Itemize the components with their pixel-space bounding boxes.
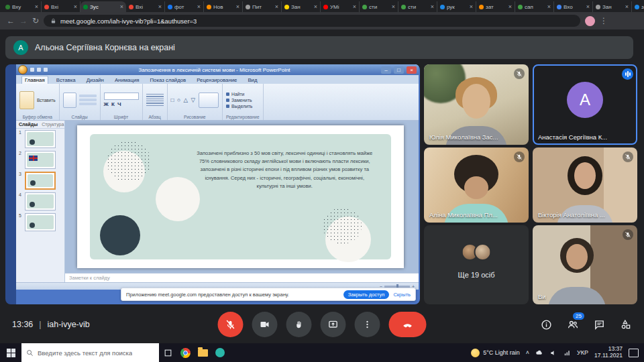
tab-close-icon[interactable]: ×: [74, 4, 77, 10]
ribbon-tab[interactable]: Дизайн: [84, 76, 107, 84]
volume-icon[interactable]: [550, 349, 557, 357]
ribbon-tab[interactable]: Вид: [245, 76, 260, 84]
end-call-button[interactable]: [389, 312, 427, 337]
tab-close-icon[interactable]: ×: [236, 4, 239, 10]
slide-thumbnail[interactable]: 3: [16, 170, 64, 191]
shared-screen-tile[interactable]: Запозичення в лексичній системі мови - M…: [5, 64, 420, 304]
ribbon-group-paste[interactable]: ВставитьБуфер обмена: [16, 84, 60, 120]
back-icon[interactable]: ←: [7, 17, 15, 25]
browser-tab[interactable]: Вхі×: [126, 1, 165, 12]
video-tile-participant-3[interactable]: Аліна Миколаївна Пл...: [424, 147, 529, 223]
ribbon-group-draw[interactable]: □ ○ △ ▽Рисование: [168, 84, 223, 120]
present-screen-button[interactable]: [321, 312, 346, 337]
slide-thumbnail[interactable]: 5: [16, 212, 64, 233]
browser-tab[interactable]: Вхо×: [554, 1, 593, 12]
tab-close-icon[interactable]: ×: [470, 4, 473, 10]
browser-tab[interactable]: зай×: [632, 1, 644, 12]
ribbon-group-slides[interactable]: Слайды: [60, 84, 101, 120]
chrome-taskbar-button[interactable]: [176, 343, 194, 362]
browser-tab[interactable]: фот×: [165, 1, 204, 12]
taskbar-search-input[interactable]: Введите здесь текст для поиска: [21, 343, 159, 362]
maximize-button[interactable]: □: [394, 66, 404, 74]
tab-close-icon[interactable]: ×: [508, 4, 512, 10]
action-center-icon[interactable]: [629, 349, 639, 357]
browser-tab[interactable]: Зус×: [80, 1, 126, 12]
tab-outline[interactable]: Структура: [42, 122, 64, 127]
tab-close-icon[interactable]: ×: [120, 4, 123, 10]
slide-thumbnail[interactable]: 4: [16, 191, 64, 212]
undo-icon[interactable]: [37, 68, 41, 72]
address-bar[interactable]: meet.google.com/iah-ivye-vib?pli=1&authu…: [44, 15, 580, 27]
participants-button[interactable]: 25: [567, 318, 579, 330]
ribbon-tab[interactable]: Анимация: [112, 76, 142, 84]
ribbon-command[interactable]: Найти: [226, 92, 244, 97]
browser-tab[interactable]: зат×: [476, 1, 515, 12]
overflow-participants-tile[interactable]: Ще 19 осіб: [424, 225, 529, 304]
browser-tab[interactable]: Зан×: [282, 1, 321, 12]
tab-close-icon[interactable]: ×: [392, 4, 395, 10]
browser-menu-icon[interactable]: ⋮: [600, 17, 608, 25]
ribbon-group-edit[interactable]: НайтиЗаменитьВыделитьРедактирование: [223, 84, 264, 120]
slide-thumbnail[interactable]: 2: [16, 149, 64, 170]
explorer-taskbar-button[interactable]: [194, 343, 211, 362]
tab-close-icon[interactable]: ×: [353, 4, 356, 10]
browser-tab[interactable]: УМі×: [321, 1, 360, 12]
cloud-icon[interactable]: [535, 349, 544, 356]
tab-close-icon[interactable]: ×: [586, 4, 590, 10]
browser-tab[interactable]: сти×: [360, 1, 398, 12]
network-icon[interactable]: [564, 349, 571, 357]
ribbon-tab[interactable]: Рецензирование: [194, 76, 239, 84]
redo-icon[interactable]: [44, 68, 48, 72]
tab-close-icon[interactable]: ×: [547, 4, 551, 10]
tab-close-icon[interactable]: ×: [158, 4, 162, 10]
hide-share-bar-button[interactable]: Скрыть: [393, 292, 411, 298]
tab-close-icon[interactable]: ×: [625, 4, 629, 10]
activities-button[interactable]: [620, 318, 632, 330]
ribbon-group-para[interactable]: Абзац: [143, 84, 168, 120]
browser-tab[interactable]: сап×: [515, 1, 554, 12]
ribbon-group-font[interactable]: Ж К ЧШрифт: [101, 84, 143, 120]
app-taskbar-button[interactable]: [211, 343, 229, 362]
taskbar-clock[interactable]: 13:37 17.11.2021: [594, 346, 623, 359]
browser-tab[interactable]: Нов×: [204, 1, 243, 12]
refresh-icon[interactable]: ↻: [32, 17, 39, 25]
mic-toggle-button[interactable]: [218, 312, 244, 337]
office-button-icon[interactable]: [18, 65, 28, 74]
browser-tab[interactable]: Вхі×: [42, 1, 80, 12]
tab-close-icon[interactable]: ×: [314, 4, 317, 10]
browser-tab[interactable]: сти×: [398, 1, 437, 12]
meeting-details-button[interactable]: [541, 319, 552, 330]
ribbon-command[interactable]: Выделить: [226, 104, 252, 109]
forward-icon[interactable]: →: [19, 17, 28, 25]
video-tile-participant-1[interactable]: Юлія Миколаївна Зас...: [424, 64, 529, 145]
browser-tab[interactable]: Пит×: [243, 1, 282, 12]
tab-slides[interactable]: Слайды: [19, 122, 38, 127]
browser-tab[interactable]: рук×: [437, 1, 476, 12]
stop-sharing-button[interactable]: Закрыть доступ: [343, 290, 390, 299]
tab-close-icon[interactable]: ×: [197, 4, 201, 10]
video-tile-participant-4[interactable]: Вікторія Анатоліївна ...: [533, 147, 637, 223]
ribbon-tab[interactable]: Показ слайдов: [148, 76, 189, 84]
task-view-button[interactable]: [159, 343, 176, 362]
tray-expand-icon[interactable]: ˄: [526, 349, 529, 356]
video-tile-participant-2-active[interactable]: А Анастасія Сергіївна К...: [533, 64, 637, 145]
ribbon-tab[interactable]: Главная: [21, 76, 48, 84]
slide-panel[interactable]: Слайды Структура 12345: [16, 121, 65, 282]
browser-tab[interactable]: Зан×: [593, 1, 632, 12]
camera-toggle-button[interactable]: [252, 312, 278, 337]
start-button[interactable]: [0, 343, 21, 362]
ribbon-tab[interactable]: Вставка: [54, 76, 78, 84]
profile-avatar[interactable]: [585, 16, 595, 26]
minimize-button[interactable]: –: [381, 66, 391, 74]
tab-close-icon[interactable]: ×: [275, 4, 278, 10]
tab-close-icon[interactable]: ×: [35, 4, 38, 10]
video-tile-self[interactable]: Ви: [533, 225, 637, 304]
notes-pane[interactable]: Заметки к слайду: [65, 273, 419, 282]
language-indicator[interactable]: УКР: [577, 349, 588, 356]
save-icon[interactable]: [30, 68, 34, 72]
browser-tab[interactable]: Вху×: [3, 1, 42, 12]
weather-widget[interactable]: 5°C Light rain: [471, 349, 520, 357]
slide-thumbnail[interactable]: 1: [16, 129, 64, 149]
close-button[interactable]: ×: [407, 66, 417, 74]
chat-button[interactable]: [594, 319, 605, 330]
